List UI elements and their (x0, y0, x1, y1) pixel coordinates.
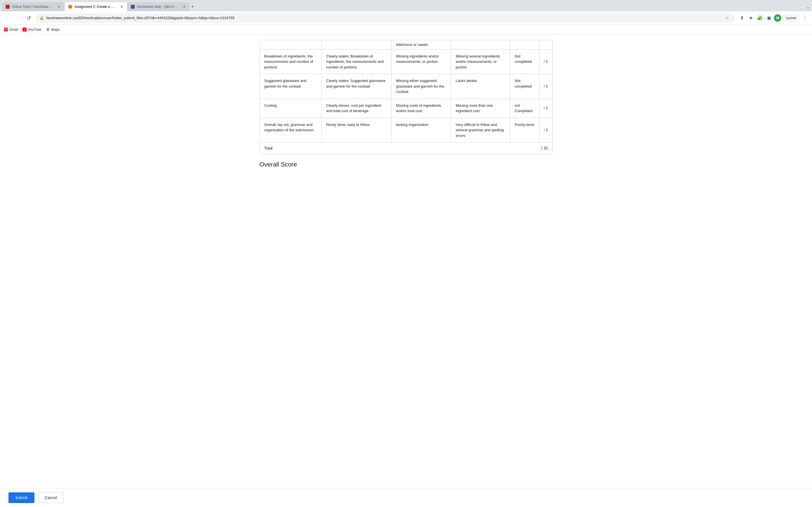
partial-4: lacking organization (391, 118, 451, 143)
youtube-favicon (22, 27, 27, 32)
criterion-3: Costing (260, 99, 322, 118)
minimal-2: Lacks details (451, 74, 510, 99)
youtube-label: YouTube (28, 27, 41, 32)
total-row: Total / 35 (259, 143, 553, 154)
score-4: / 5 (539, 118, 553, 143)
star-button[interactable]: ★ (747, 14, 755, 22)
rubric-table: bitter/sour or sweet- Breakdown of ingre… (259, 40, 553, 143)
reload-button[interactable]: ↺ (25, 14, 33, 22)
svg-point-3 (47, 29, 48, 29)
partial-top-text: bitter/sour or sweet- (391, 40, 451, 50)
total-score: / 35 (541, 146, 548, 151)
criterion-4: Overall, lay out, grammar and organizati… (260, 118, 322, 143)
criterion-2: Suggested glassware and garnish for the … (260, 74, 322, 99)
minimal-3: Missing more than one ingredient cost (451, 99, 510, 118)
tab-1-title: Online Tools | Fanshawe Colle... (12, 5, 54, 9)
page-content: bitter/sour or sweet- Breakdown of ingre… (0, 34, 812, 507)
gmail-favicon (4, 27, 8, 32)
table-row: Breakdown of ingredients, the measuremen… (260, 49, 553, 74)
tab-2-title: Assignment 2: Create a Cockta... (74, 5, 116, 9)
address-bar[interactable]: 🔒 fanshaweonline.ca/d2l/lms/dropbox/user… (36, 13, 735, 22)
notdone-2: Not completed (510, 74, 539, 99)
notdone-4: Poorly done (510, 118, 539, 143)
new-tab-button[interactable]: + (191, 4, 194, 10)
total-label: Total (264, 146, 541, 151)
score-1: / 5 (539, 49, 553, 74)
profile-button[interactable]: M (774, 14, 781, 22)
bookmark-maps[interactable]: Maps (46, 27, 59, 32)
update-button[interactable]: Update (782, 15, 800, 21)
back-button[interactable]: ← (3, 14, 11, 22)
partial-3: Missing costs of ingredients and/or tota… (391, 99, 451, 118)
criterion-1: Breakdown of ingredients, the measuremen… (260, 49, 322, 74)
assignment-favicon (68, 5, 72, 9)
browser-frame: Online Tools | Fanshawe Colle... ✕ Assig… (0, 0, 812, 507)
minimal-4: Very difficult to follow and several gra… (451, 118, 510, 143)
browser-toolbar-right: ⬆ ★ 🧩 ▣ M Update ⋮ (738, 14, 809, 22)
tab-list-end[interactable]: ⌄ (806, 4, 810, 10)
menu-button[interactable]: ⋮ (801, 14, 809, 22)
table-row: Overall, lay out, grammar and organizati… (260, 118, 553, 143)
partial-2: Missing either suggested glassware and g… (391, 74, 451, 99)
score-2: / 5 (539, 74, 553, 99)
homework-favicon (131, 5, 135, 9)
content-inner: bitter/sour or sweet- Breakdown of ingre… (251, 34, 561, 185)
lock-icon: 🔒 (40, 16, 44, 20)
partial-criterion-cell (260, 40, 322, 50)
forward-button[interactable]: → (14, 14, 22, 22)
cancel-button[interactable]: Cancel (38, 492, 64, 503)
gmail-label: Gmail (9, 27, 18, 32)
partial-score-cell (539, 40, 553, 50)
partial-1: Missing ingredients and/or measurements,… (391, 49, 451, 74)
tab-3[interactable]: Homework Help - Q&A from O... ✕ (128, 2, 190, 11)
tab-2[interactable]: Assignment 2: Create a Cockta... ✕ (65, 2, 127, 11)
table-row-partial: bitter/sour or sweet- (260, 40, 553, 50)
excellent-4: Nicely done, easy to follow (322, 118, 392, 143)
sidebar-button[interactable]: ▣ (765, 14, 773, 22)
extensions-button[interactable]: 🧩 (756, 14, 764, 22)
bookmark-youtube[interactable]: YouTube (22, 27, 41, 32)
bookmark-star-icon[interactable]: ☆ (723, 14, 731, 22)
bookmarks-bar: Gmail YouTube Maps (0, 25, 812, 34)
partial-excellent-cell (322, 40, 392, 50)
excellent-1: Clearly states: Breakdown of ingredients… (322, 49, 392, 74)
share-button[interactable]: ⬆ (738, 14, 746, 22)
bookmark-gmail[interactable]: Gmail (4, 27, 18, 32)
tab-1-close[interactable]: ✕ (57, 4, 61, 9)
tab-2-close[interactable]: ✕ (120, 4, 123, 9)
minimal-1: Missing several ingredients and/or measu… (451, 49, 510, 74)
notdone-3: not Completed (510, 99, 539, 118)
score-3: / 5 (539, 99, 553, 118)
tab-bar: Online Tools | Fanshawe Colle... ✕ Assig… (0, 0, 812, 11)
tab-3-title: Homework Help - Q&A from O... (137, 5, 179, 9)
notdone-1: Not completed (510, 49, 539, 74)
overall-score-heading: Overall Score (259, 161, 553, 168)
table-row: Costing Clearly shows: cost per ingredie… (260, 99, 553, 118)
tab-1[interactable]: Online Tools | Fanshawe Colle... ✕ (2, 2, 64, 11)
partial-minimal-cell (451, 40, 510, 50)
address-bar-row: ← → ↺ 🔒 fanshaweonline.ca/d2l/lms/dropbo… (0, 11, 812, 25)
maps-label: Maps (51, 27, 59, 32)
partial-notdone-cell (510, 40, 539, 50)
address-text: fanshaweonline.ca/d2l/lms/dropbox/user/f… (46, 16, 721, 20)
fanshawe-favicon (6, 5, 10, 9)
excellent-3: Clearly shows: cost per ingredient and t… (322, 99, 392, 118)
excellent-2: Clearly states: Suggested glassware and … (322, 74, 392, 99)
submit-button[interactable]: Submit (8, 492, 35, 503)
tab-3-close[interactable]: ✕ (183, 4, 186, 9)
maps-favicon (46, 27, 50, 32)
bottom-actions: Submit Cancel (0, 488, 812, 507)
table-row: Suggested glassware and garnish for the … (260, 74, 553, 99)
